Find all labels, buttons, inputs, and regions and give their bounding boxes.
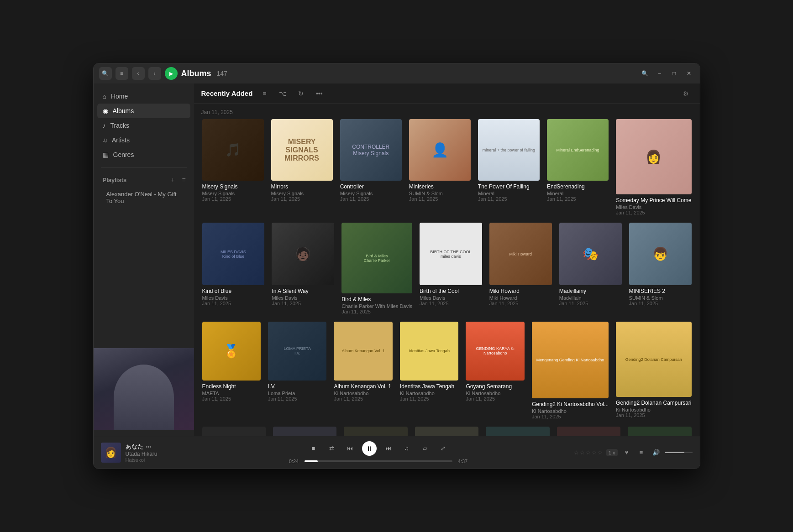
albums-grid-container[interactable]: Jan 11, 2025 🎵 Misery Signals Misery Sig…	[194, 104, 700, 436]
love-button[interactable]: ♥	[621, 447, 632, 458]
next-button[interactable]: ⏭	[382, 442, 395, 455]
album-card-birth-cool[interactable]: BIRTH OF THE COOLmiles davis Birth of th…	[417, 220, 485, 317]
album-card-controller[interactable]: CONTROLLERMisery Signals Controller Mise…	[337, 116, 404, 218]
album-card-silent-way[interactable]: 🧑🏿 In A Silent Way Miles Davis Jan 11, 2…	[269, 220, 337, 317]
album-name-miniseries: Miniseries	[409, 183, 471, 190]
progress-bar[interactable]	[305, 460, 452, 462]
album-art-r4-2	[273, 427, 336, 436]
search-button[interactable]: 🔍	[99, 67, 112, 80]
album-card-r4-3[interactable]	[341, 424, 410, 436]
stop-button[interactable]: ■	[307, 442, 320, 455]
progress-bar-container: 0:24 4:37	[287, 459, 470, 464]
album-artist-kind-of-blue: Miles Davis	[202, 295, 265, 301]
album-card-r4-7[interactable]	[625, 424, 694, 436]
album-card-r4-6[interactable]	[554, 424, 623, 436]
album-name-identitas: Identitas Jawa Tengah	[400, 383, 458, 390]
album-card-miniseries[interactable]: 👤 Miniseries SUMIN & Slom Jan 11, 2025	[406, 116, 473, 218]
maximize-button[interactable]: □	[669, 68, 680, 79]
back-button[interactable]: ‹	[132, 67, 145, 80]
album-art-power-of-failing: mineral + the power of failing	[478, 119, 540, 181]
album-card-power-of-failing[interactable]: mineral + the power of failing The Power…	[475, 116, 542, 218]
title-search-button[interactable]: 🔍	[640, 68, 651, 79]
album-card-miniseries2[interactable]: 👦 MINISERIES 2 SUMIN & Slom Jan 11, 2025	[626, 220, 694, 317]
star-3[interactable]: ☆	[586, 449, 591, 456]
sidebar-now-playing-art	[94, 348, 194, 430]
sidebar-item-tracks[interactable]: ♪ Tracks	[97, 118, 190, 133]
album-card-identitas[interactable]: Identitas Jawa Tengah Identitas Jawa Ten…	[397, 319, 461, 422]
rate-badge[interactable]: 1 x	[606, 449, 618, 456]
album-name-birth-cool: Birth of the Cool	[420, 288, 482, 294]
album-card-kind-of-blue[interactable]: MILES DAVISKind of Blue Kind of Blue Mil…	[200, 220, 268, 317]
lyrics-button[interactable]: ♫	[400, 442, 413, 455]
album-card-gending2[interactable]: Gending2 Dolanan Campursari Gending2 Dol…	[613, 319, 694, 422]
star-1[interactable]: ☆	[574, 449, 579, 456]
fullscreen-button[interactable]: ⤢	[437, 442, 450, 455]
album-card-endserenading[interactable]: Mineral EndSerenading EndSerenading Mine…	[544, 116, 611, 218]
back-icon: ‹	[137, 70, 139, 77]
time-total: 4:37	[456, 459, 470, 464]
album-card-miki-howard[interactable]: Miki Howard Miki Howard Miki Howard Jan …	[487, 220, 555, 317]
now-playing-bar: 👩 あなた ••• Utada Hikaru Hatsukoi ■ ⇄ ⏮ ⏸ …	[94, 436, 700, 469]
now-playing-artist: Utada Hikaru	[126, 451, 192, 457]
album-card-someday[interactable]: 👩 Someday My Prince Will Come Miles Davi…	[613, 116, 694, 218]
star-5[interactable]: ☆	[598, 449, 603, 456]
refresh-button[interactable]: ↻	[294, 87, 307, 100]
album-date-miniseries2: Jan 11, 2025	[629, 301, 692, 306]
album-card-misery-signals[interactable]: 🎵 Misery Signals Misery Signals Jan 11, …	[200, 116, 267, 218]
album-art-identitas: Identitas Jawa Tengah	[400, 322, 458, 380]
shuffle-button[interactable]: ⇄	[326, 442, 338, 455]
prev-button[interactable]: ⏮	[344, 442, 357, 455]
volume-slider[interactable]	[665, 452, 693, 453]
close-button[interactable]: ✕	[683, 68, 694, 79]
album-date-power-of-failing: Jan 11, 2025	[478, 196, 540, 202]
forward-button[interactable]: ›	[148, 67, 161, 80]
airplay-button[interactable]: ▱	[419, 442, 431, 455]
playlist-item[interactable]: Alexander O'Neal - My Gift To You	[97, 188, 190, 207]
filter-button[interactable]: ⌥	[276, 87, 289, 100]
album-date-gending2: Jan 11, 2025	[616, 412, 691, 418]
album-card-r4-2[interactable]	[270, 424, 339, 436]
album-date-album-kenangan: Jan 11, 2025	[334, 396, 392, 402]
album-card-mirrors[interactable]: MISERY SIGNALSMIRRORS Mirrors Misery Sig…	[268, 116, 336, 218]
album-art-gending: Mengenang Gending Ki Nartosabdho	[532, 322, 609, 398]
add-playlist-button[interactable]: +	[168, 175, 178, 184]
album-card-gending[interactable]: Mengenang Gending Ki Nartosabdho Gending…	[529, 319, 611, 422]
minimize-button[interactable]: −	[654, 68, 665, 79]
album-card-r4-5[interactable]	[483, 424, 552, 436]
sidebar-item-albums[interactable]: ◉ Albums	[97, 104, 190, 118]
album-artist-controller: Misery Signals	[340, 191, 402, 196]
sidebar-item-genres[interactable]: ▦ Genres	[97, 147, 190, 162]
star-4[interactable]: ☆	[592, 449, 597, 456]
sort-button[interactable]: ≡	[258, 87, 271, 100]
album-card-r4-4[interactable]	[412, 424, 481, 436]
album-date-kind-of-blue: Jan 11, 2025	[202, 301, 265, 306]
album-card-madvillainy[interactable]: 🎭 Madvillainy Madvillain Jan 11, 2025	[557, 220, 625, 317]
album-date-misery-signals: Jan 11, 2025	[202, 196, 264, 202]
menu-button[interactable]: ≡	[116, 67, 128, 80]
play-title-button[interactable]: ▶	[165, 67, 178, 80]
album-art-gending2: Gending2 Dolanan Campursari	[616, 322, 691, 397]
now-playing-album: Hatsukoi	[126, 457, 192, 463]
sort-icon: ≡	[263, 90, 266, 97]
sidebar-item-artists[interactable]: ♫ Artists	[97, 133, 190, 147]
playlist-list-view-button[interactable]: ≡	[179, 175, 189, 184]
recently-added-button[interactable]: Recently Added	[201, 89, 253, 97]
album-artist-miniseries2: SUMIN & Slom	[629, 295, 692, 301]
now-playing-more-icon[interactable]: •••	[146, 444, 152, 449]
album-card-bird-miles[interactable]: Bird & MilesCharlie Parker Bird & Miles …	[339, 220, 415, 317]
more-button[interactable]: •••	[313, 87, 326, 100]
settings-button[interactable]: ⚙	[680, 87, 693, 100]
sidebar-item-home[interactable]: ⌂ Home	[97, 89, 190, 104]
album-card-endless-night[interactable]: 🏅 Endless Night MAETA Jan 11, 2025	[200, 319, 263, 422]
album-card-loma-prieta[interactable]: LOMA PRIETAI.V. I.V. Loma Prieta Jan 11,…	[265, 319, 329, 422]
album-art-r4-5	[486, 427, 549, 436]
title-bar: 🔍 ≡ ‹ › ▶ Albums 147 🔍 − □ ✕	[94, 63, 700, 83]
pause-button[interactable]: ⏸	[362, 441, 377, 456]
album-card-r4-1[interactable]	[200, 424, 268, 436]
album-card-goyang[interactable]: GENDING KARYA Ki Nartosabdho Goyang Sema…	[463, 319, 527, 422]
album-name-kind-of-blue: Kind of Blue	[202, 288, 265, 294]
star-2[interactable]: ☆	[580, 449, 585, 456]
album-date-birth-cool: Jan 11, 2025	[420, 301, 482, 306]
equalizer-button[interactable]: ≡	[636, 447, 647, 458]
album-card-album-kenangan[interactable]: Album Kenangan Vol. 1 Album Kenangan Vol…	[331, 319, 395, 422]
